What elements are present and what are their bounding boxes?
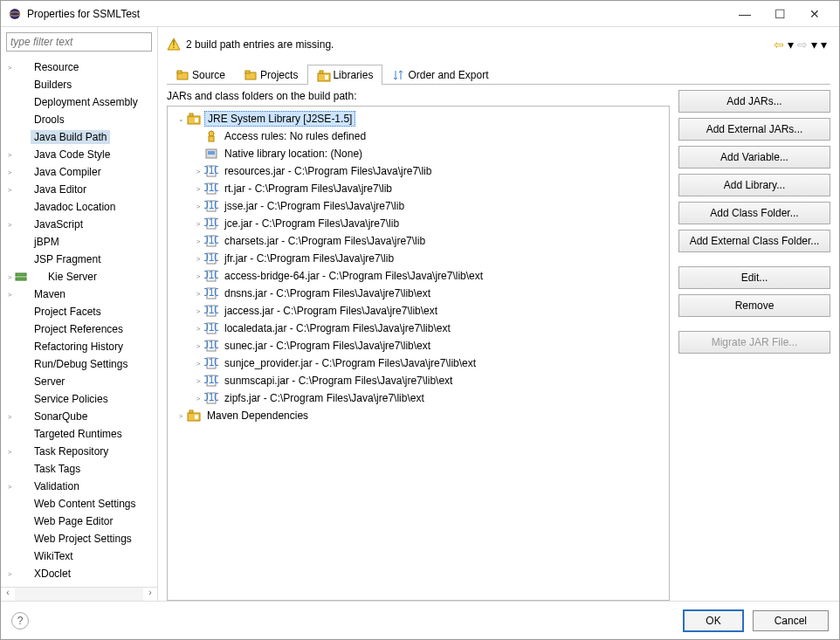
category-item[interactable]: Java Build Path: [1, 128, 157, 146]
lib-tree-item[interactable]: >010dnsns.jar - C:\Program Files\Java\jr…: [169, 285, 667, 302]
lib-tree-item[interactable]: >010jfr.jar - C:\Program Files\Java\jre7…: [169, 250, 667, 267]
cancel-button[interactable]: Cancel: [753, 610, 829, 631]
expand-icon[interactable]: >: [4, 151, 15, 159]
tab-source[interactable]: Source: [167, 65, 235, 85]
add-external-jars-button[interactable]: Add External JARs...: [678, 118, 830, 141]
category-item[interactable]: Task Tags: [1, 460, 157, 478]
expand-icon[interactable]: >: [192, 220, 204, 228]
category-tree[interactable]: >ResourceBuildersDeployment AssemblyDroo…: [1, 57, 157, 587]
category-item[interactable]: Web Page Editor: [1, 513, 157, 530]
lib-tree-item[interactable]: Access rules: No rules defined: [169, 127, 667, 145]
category-item[interactable]: >Validation: [1, 478, 157, 495]
expand-icon[interactable]: >: [4, 448, 15, 456]
category-item[interactable]: Web Content Settings: [1, 495, 157, 513]
category-item[interactable]: Deployment Assembly: [1, 93, 157, 111]
category-item[interactable]: Drools: [1, 111, 157, 128]
help-icon[interactable]: ?: [11, 612, 29, 630]
tab-projects[interactable]: Projects: [235, 65, 307, 85]
category-item[interactable]: Project References: [1, 320, 157, 338]
category-item[interactable]: >Kie Server: [1, 268, 157, 286]
expand-icon[interactable]: >: [192, 325, 204, 333]
expand-icon[interactable]: >: [192, 395, 204, 403]
expand-icon[interactable]: >: [4, 64, 15, 72]
category-item[interactable]: JSP Fragment: [1, 251, 157, 268]
expand-icon[interactable]: >: [192, 342, 204, 350]
category-item[interactable]: jBPM: [1, 233, 157, 251]
add-external-class-folder-button[interactable]: Add External Class Folder...: [678, 230, 830, 252]
hscroll[interactable]: ‹ ›: [1, 587, 157, 601]
lib-tree-item[interactable]: >010sunmscapi.jar - C:\Program Files\Jav…: [169, 372, 667, 389]
expand-icon[interactable]: >: [4, 273, 15, 281]
minimize-button[interactable]: —: [727, 2, 762, 26]
view-menu-icon[interactable]: ▾: [821, 38, 827, 52]
add-jars-button[interactable]: Add JARs...: [678, 90, 830, 113]
category-item[interactable]: >Java Code Style: [1, 146, 157, 163]
expand-icon[interactable]: >: [192, 377, 204, 385]
lib-tree-item[interactable]: Native library location: (None): [169, 145, 667, 162]
category-item[interactable]: Service Policies: [1, 390, 157, 408]
expand-icon[interactable]: ⌄: [175, 115, 187, 123]
lib-tree-item[interactable]: >010sunec.jar - C:\Program Files\Java\jr…: [169, 337, 667, 354]
category-item[interactable]: >Task Repository: [1, 443, 157, 460]
lib-tree-item[interactable]: >010resources.jar - C:\Program Files\Jav…: [169, 162, 667, 180]
expand-icon[interactable]: >: [4, 291, 15, 299]
category-item[interactable]: Project Facets: [1, 303, 157, 320]
expand-icon[interactable]: >: [192, 255, 204, 263]
category-item[interactable]: >Java Compiler: [1, 163, 157, 181]
lib-tree-item[interactable]: >010access-bridge-64.jar - C:\Program Fi…: [169, 267, 667, 285]
expand-icon[interactable]: >: [192, 360, 204, 368]
category-item[interactable]: >Java Editor: [1, 181, 157, 198]
category-item[interactable]: Builders: [1, 76, 157, 93]
add-class-folder-button[interactable]: Add Class Folder...: [678, 202, 830, 224]
category-item[interactable]: Web Project Settings: [1, 530, 157, 547]
lib-tree-item[interactable]: >010charsets.jar - C:\Program Files\Java…: [169, 232, 667, 250]
expand-icon[interactable]: >: [192, 237, 204, 245]
expand-icon[interactable]: >: [4, 483, 15, 491]
add-variable-button[interactable]: Add Variable...: [678, 146, 830, 169]
lib-tree-item[interactable]: >010rt.jar - C:\Program Files\Java\jre7\…: [169, 180, 667, 197]
expand-icon[interactable]: >: [4, 221, 15, 229]
forward-icon[interactable]: ⇨: [797, 38, 808, 52]
expand-icon[interactable]: >: [192, 168, 204, 175]
expand-icon[interactable]: >: [192, 203, 204, 210]
expand-icon[interactable]: >: [192, 290, 204, 298]
lib-tree-item[interactable]: >010localedata.jar - C:\Program Files\Ja…: [169, 320, 667, 337]
category-item[interactable]: Server: [1, 373, 157, 390]
expand-icon[interactable]: >: [4, 169, 15, 176]
back-icon[interactable]: ⇦: [774, 38, 784, 52]
forward-menu-icon[interactable]: ▾: [811, 38, 817, 52]
category-item[interactable]: Run/Debug Settings: [1, 355, 157, 373]
lib-tree-item[interactable]: >010zipfs.jar - C:\Program Files\Java\jr…: [169, 389, 667, 407]
tab-libraries[interactable]: Libraries: [307, 65, 382, 85]
lib-tree-item[interactable]: >010jce.jar - C:\Program Files\Java\jre7…: [169, 215, 667, 232]
add-library-button[interactable]: Add Library...: [678, 174, 830, 196]
category-item[interactable]: Targeted Runtimes: [1, 425, 157, 443]
back-menu-icon[interactable]: ▾: [788, 38, 794, 52]
expand-icon[interactable]: >: [192, 272, 204, 280]
expand-icon[interactable]: >: [4, 413, 15, 421]
expand-icon[interactable]: >: [192, 185, 204, 193]
category-item[interactable]: >Resource: [1, 58, 157, 76]
edit-button[interactable]: Edit...: [678, 266, 830, 289]
libraries-tree[interactable]: ⌄JRE System Library [J2SE-1.5]Access rul…: [167, 106, 670, 601]
close-button[interactable]: ✕: [797, 2, 832, 26]
lib-tree-item[interactable]: >Maven Dependencies: [169, 407, 667, 424]
lib-tree-item[interactable]: ⌄JRE System Library [J2SE-1.5]: [169, 110, 667, 127]
category-item[interactable]: >XDoclet: [1, 565, 157, 582]
category-item[interactable]: WikiText: [1, 547, 157, 565]
tab-order-and-export[interactable]: Order and Export: [382, 65, 498, 85]
expand-icon[interactable]: >: [192, 307, 204, 315]
ok-button[interactable]: OK: [683, 609, 743, 632]
lib-tree-item[interactable]: >010jsse.jar - C:\Program Files\Java\jre…: [169, 197, 667, 215]
category-item[interactable]: Javadoc Location: [1, 198, 157, 216]
lib-tree-item[interactable]: >010sunjce_provider.jar - C:\Program Fil…: [169, 354, 667, 372]
maximize-button[interactable]: ☐: [762, 2, 797, 26]
scroll-left-icon[interactable]: ‹: [1, 588, 15, 601]
category-item[interactable]: >JavaScript: [1, 216, 157, 233]
scroll-right-icon[interactable]: ›: [143, 588, 157, 601]
expand-icon[interactable]: >: [4, 186, 15, 194]
category-item[interactable]: >SonarQube: [1, 408, 157, 425]
category-item[interactable]: Refactoring History: [1, 338, 157, 355]
remove-button[interactable]: Remove: [678, 294, 830, 317]
expand-icon[interactable]: >: [4, 570, 15, 578]
